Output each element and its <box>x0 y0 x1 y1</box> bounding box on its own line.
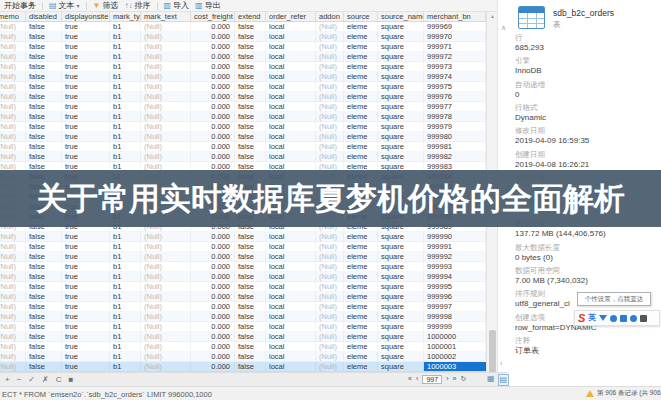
cell-addon[interactable]: (Null) <box>316 322 344 331</box>
cell-addon[interactable]: (Null) <box>316 262 344 271</box>
table-row[interactable]: (Null)falsetrueb1(Null)0.000falselocal(N… <box>0 32 486 42</box>
cell-source_name[interactable]: square <box>378 342 424 351</box>
cell-memo[interactable]: (Null) <box>0 342 26 351</box>
cell-merchant_bn[interactable]: 999977 <box>424 102 486 111</box>
cell-mark_text[interactable]: (Null) <box>141 112 191 121</box>
cell-mark_type[interactable]: b1 <box>110 42 141 51</box>
cell-disabled[interactable]: false <box>26 42 62 51</box>
cell-memo[interactable]: (Null) <box>0 242 26 251</box>
cell-mark_text[interactable]: (Null) <box>141 362 191 371</box>
cell-merchant_bn[interactable]: 999978 <box>424 112 486 121</box>
cell-disabled[interactable]: false <box>26 22 62 31</box>
cell-mark_type[interactable]: b1 <box>110 82 141 91</box>
cell-addon[interactable]: (Null) <box>316 342 344 351</box>
cell-displayonsite[interactable]: true <box>62 122 110 131</box>
cell-merchant_bn[interactable]: 999998 <box>424 312 486 321</box>
cell-mark_type[interactable]: b1 <box>110 92 141 101</box>
cell-extend[interactable]: false <box>235 252 266 261</box>
cell-disabled[interactable]: false <box>26 72 62 81</box>
cell-order_refer[interactable]: local <box>266 92 316 101</box>
cell-source[interactable]: eleme <box>344 42 378 51</box>
cell-extend[interactable]: false <box>235 282 266 291</box>
cell-mark_text[interactable]: (Null) <box>141 272 191 281</box>
cell-displayonsite[interactable]: true <box>62 252 110 261</box>
cell-mark_type[interactable]: b1 <box>110 22 141 31</box>
column-header-disabled[interactable]: disabled <box>26 12 62 21</box>
cell-memo[interactable]: (Null) <box>0 52 26 61</box>
mic-icon[interactable] <box>620 315 627 322</box>
cell-source_name[interactable]: square <box>378 312 424 321</box>
cell-cost_freight[interactable]: 0.000 <box>191 302 235 311</box>
cell-order_refer[interactable]: local <box>266 312 316 321</box>
cell-mark_type[interactable]: b1 <box>110 302 141 311</box>
cell-disabled[interactable]: false <box>26 232 62 241</box>
cell-mark_type[interactable]: b1 <box>110 332 141 341</box>
cell-order_refer[interactable]: local <box>266 72 316 81</box>
cell-source[interactable]: eleme <box>344 52 378 61</box>
cell-addon[interactable]: (Null) <box>316 252 344 261</box>
cell-order_refer[interactable]: local <box>266 82 316 91</box>
cell-mark_text[interactable]: (Null) <box>141 102 191 111</box>
cell-displayonsite[interactable]: true <box>62 262 110 271</box>
table-row[interactable]: (Null)falsetrueb1(Null)0.000falselocal(N… <box>0 72 486 82</box>
column-header-source_name[interactable]: source_name <box>378 12 424 21</box>
apply-changes-button[interactable]: ✓ <box>28 375 35 384</box>
cell-source_name[interactable]: square <box>378 282 424 291</box>
table-row[interactable]: (Null)falsetrueb1(Null)0.000falselocal(N… <box>0 312 486 322</box>
cell-extend[interactable]: false <box>235 72 266 81</box>
cell-source[interactable]: eleme <box>344 152 378 161</box>
cell-cost_freight[interactable]: 0.000 <box>191 252 235 261</box>
cell-disabled[interactable]: false <box>26 272 62 281</box>
cell-addon[interactable]: (Null) <box>316 362 344 371</box>
cell-mark_text[interactable]: (Null) <box>141 282 191 291</box>
cell-source[interactable]: eleme <box>344 352 378 361</box>
cell-source_name[interactable]: square <box>378 62 424 71</box>
cell-extend[interactable]: false <box>235 312 266 321</box>
cell-order_refer[interactable]: local <box>266 232 316 241</box>
cell-mark_text[interactable]: (Null) <box>141 142 191 151</box>
cell-mark_text[interactable]: (Null) <box>141 122 191 131</box>
cell-extend[interactable]: false <box>235 82 266 91</box>
cell-extend[interactable]: false <box>235 142 266 151</box>
cell-memo[interactable]: (Null) <box>0 282 26 291</box>
cell-displayonsite[interactable]: true <box>62 232 110 241</box>
cell-disabled[interactable]: false <box>26 282 62 291</box>
chevron-right-icon[interactable]: › <box>500 360 502 367</box>
cell-extend[interactable]: false <box>235 112 266 121</box>
cell-cost_freight[interactable]: 0.000 <box>191 332 235 341</box>
cell-memo[interactable]: (Null) <box>0 82 26 91</box>
cell-disabled[interactable]: false <box>26 142 62 151</box>
cell-memo[interactable]: (Null) <box>0 32 26 41</box>
cell-source[interactable]: eleme <box>344 272 378 281</box>
cell-displayonsite[interactable]: true <box>62 132 110 141</box>
cell-source_name[interactable]: square <box>378 112 424 121</box>
cell-cost_freight[interactable]: 0.000 <box>191 152 235 161</box>
cell-merchant_bn[interactable]: 999999 <box>424 322 486 331</box>
cell-cost_freight[interactable]: 0.000 <box>191 52 235 61</box>
cell-disabled[interactable]: false <box>26 92 62 101</box>
cell-mark_text[interactable]: (Null) <box>141 252 191 261</box>
column-header-source[interactable]: source <box>344 12 378 21</box>
cell-memo[interactable]: (Null) <box>0 152 26 161</box>
grid-view-button[interactable]: ▦ <box>486 374 496 386</box>
cell-mark_type[interactable]: b1 <box>110 272 141 281</box>
cell-source[interactable]: eleme <box>344 252 378 261</box>
cell-disabled[interactable]: false <box>26 62 62 71</box>
cell-merchant_bn[interactable]: 999979 <box>424 122 486 131</box>
cell-source[interactable]: eleme <box>344 62 378 71</box>
cell-memo[interactable]: (Null) <box>0 332 26 341</box>
prev-page-button[interactable]: ‹ <box>416 374 418 384</box>
cell-memo[interactable]: (Null) <box>0 362 26 371</box>
table-row[interactable]: (Null)falsetrueb1(Null)0.000falselocal(N… <box>0 282 486 292</box>
cell-extend[interactable]: false <box>235 332 266 341</box>
cell-order_refer[interactable]: local <box>266 122 316 131</box>
cell-merchant_bn[interactable]: 1000003 <box>424 362 486 371</box>
cell-merchant_bn[interactable]: 999996 <box>424 292 486 301</box>
cell-source[interactable]: eleme <box>344 32 378 41</box>
cell-addon[interactable]: (Null) <box>316 32 344 41</box>
cell-order_refer[interactable]: local <box>266 242 316 251</box>
cell-merchant_bn[interactable]: 999980 <box>424 132 486 141</box>
add-record-button[interactable]: + <box>5 375 10 384</box>
cell-mark_type[interactable]: b1 <box>110 242 141 251</box>
cell-mark_type[interactable]: b1 <box>110 262 141 271</box>
